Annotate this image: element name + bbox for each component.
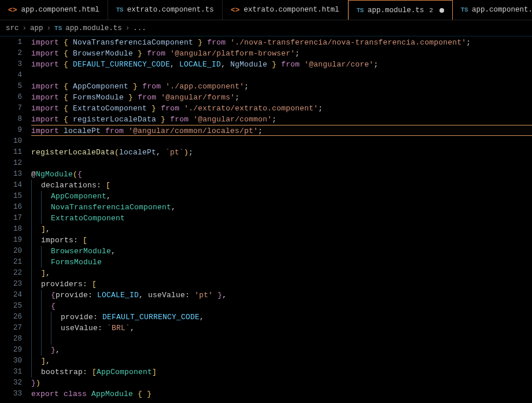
token-br: ] [41, 357, 46, 365]
code-line[interactable]: provide: DEFAULT_CURRENCY_CODE, [31, 312, 532, 323]
token-pn: , [221, 60, 230, 69]
code-line[interactable]: ], [31, 224, 532, 235]
indent-guide [51, 334, 61, 345]
token-pn [68, 49, 73, 58]
code-line[interactable]: import { BrowserModule } from '@angular/… [31, 48, 532, 59]
code-line[interactable] [31, 334, 532, 345]
token-str: 'pt' [194, 291, 213, 300]
token-pn [59, 115, 64, 124]
code-line[interactable]: }) [31, 378, 532, 389]
code-line[interactable]: import { registerLocaleData } from '@ang… [31, 114, 532, 125]
token-pn: , [106, 192, 111, 201]
editor-tab[interactable]: TSapp.module.ts2 [348, 0, 453, 20]
code-line[interactable] [31, 136, 532, 147]
token-pn: ; [272, 115, 276, 124]
token-pn [59, 104, 64, 113]
token-pn [133, 93, 138, 102]
token-pn [165, 115, 170, 124]
token-str: '@angular/common' [193, 115, 272, 124]
line-number: 7 [0, 103, 31, 114]
token-br: ) [184, 148, 189, 157]
html-icon: <> [8, 6, 17, 14]
code-line[interactable]: import { NovaTransferenciaComponent } fr… [31, 37, 532, 48]
code-line[interactable]: {provide: LOCALE_ID, useValue: 'pt' }, [31, 290, 532, 301]
indent-guide [31, 202, 41, 213]
token-pn [68, 104, 73, 113]
token-br: { [138, 390, 142, 398]
breadcrumb-file[interactable]: app.module.ts [65, 24, 122, 32]
indent-guide [41, 323, 51, 334]
token-br: [ [92, 368, 97, 376]
indent-guide [31, 235, 41, 246]
token-pn [267, 60, 272, 69]
code-line[interactable]: export class AppModule { } [31, 389, 532, 400]
code-line[interactable]: BrowserModule, [31, 246, 532, 257]
code-line[interactable]: { [31, 301, 532, 312]
token-br: } [198, 38, 202, 47]
code-line[interactable]: useValue: `BRL`, [31, 323, 532, 334]
token-pn: ; [235, 93, 239, 102]
indent-guide [31, 279, 41, 290]
code-editor[interactable]: 1234567891011121314151617181920212223242… [0, 36, 532, 403]
indent-guide [41, 213, 51, 224]
code-line[interactable]: import localePt from '@angular/common/lo… [31, 125, 532, 136]
breadcrumb[interactable]: src › app › TS app.module.ts › ... [0, 20, 532, 36]
token-pn: , [46, 357, 50, 365]
token-pn: , [170, 60, 179, 69]
code-line[interactable]: ], [31, 268, 532, 279]
token-pn [68, 82, 73, 91]
code-line[interactable]: ExtratoComponent [31, 213, 532, 224]
code-line[interactable]: NovaTransferenciaComponent, [31, 202, 532, 213]
editor-tab[interactable]: TSextrato.component.ts [108, 0, 223, 20]
code-line[interactable]: bootstrap: [AppComponent] [31, 367, 532, 378]
indent-guide [31, 180, 41, 191]
editor-tab[interactable]: <>app.component.html [0, 0, 108, 20]
code-line[interactable]: }, [31, 345, 532, 356]
token-id: NovaTransferenciaComponent [73, 38, 193, 47]
token-kw: class [64, 390, 87, 398]
indent-guide [31, 323, 41, 334]
token-br: { [64, 49, 68, 58]
indent-guide [31, 312, 41, 323]
token-kw: import [31, 38, 59, 47]
code-line[interactable]: import { ExtratoComponent } from './extr… [31, 103, 532, 114]
editor-tab[interactable]: <>extrato.component.html [223, 0, 348, 20]
token-br: { [64, 38, 68, 47]
code-line[interactable]: @NgModule({ [31, 169, 532, 180]
editor-tabs: <>app.component.htmlTSextrato.component.… [0, 0, 532, 20]
token-pn [276, 60, 281, 69]
code-line[interactable]: registerLocaleData(localePt, `pt`); [31, 147, 532, 158]
indent-guide [31, 301, 41, 312]
code-line[interactable]: import { DEFAULT_CURRENCY_CODE, LOCALE_I… [31, 59, 532, 70]
code-content[interactable]: import { NovaTransferenciaComponent } fr… [31, 36, 532, 403]
editor-tab[interactable]: TSapp.component.ts [453, 0, 532, 20]
breadcrumb-symbol[interactable]: ... [133, 24, 146, 32]
code-line[interactable]: providers: [ [31, 279, 532, 290]
breadcrumb-segment[interactable]: app [30, 24, 43, 32]
code-line[interactable] [31, 70, 532, 81]
line-number: 33 [0, 389, 31, 400]
token-br: ] [41, 269, 46, 278]
code-line[interactable]: import { AppComponent } from './app.comp… [31, 81, 532, 92]
code-line[interactable]: AppComponent, [31, 191, 532, 202]
token-pn [59, 60, 64, 69]
code-line[interactable]: imports: [ [31, 235, 532, 246]
token-br2: } [31, 379, 36, 387]
token-prop: useValue [148, 291, 185, 300]
token-pn: , [46, 225, 50, 234]
breadcrumb-segment[interactable]: src [6, 24, 19, 32]
code-line[interactable]: import { FormsModule } from '@angular/fo… [31, 92, 532, 103]
line-number: 26 [0, 312, 31, 323]
indent-guide [41, 202, 51, 213]
chevron-right-icon: › [47, 24, 51, 32]
code-line[interactable]: declarations: [ [31, 180, 532, 191]
line-number: 28 [0, 334, 31, 345]
tab-label: app.component.html [21, 6, 99, 14]
token-kw: export [31, 390, 59, 398]
code-line[interactable]: FormsModule [31, 257, 532, 268]
token-br: } [133, 82, 138, 91]
code-line[interactable] [31, 158, 532, 169]
token-const: DEFAULT_CURRENCY_CODE [102, 313, 200, 321]
code-line[interactable]: ], [31, 356, 532, 367]
token-pn: ; [466, 38, 471, 47]
